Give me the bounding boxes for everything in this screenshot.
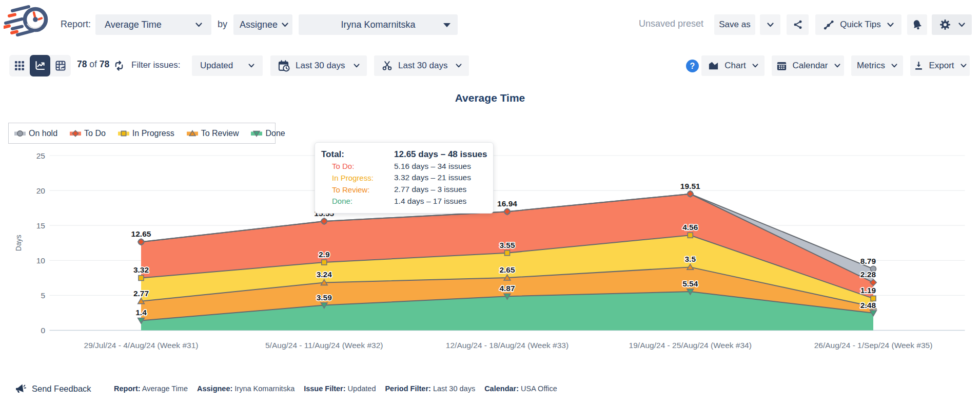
filter-issues-label: Filter issues:	[131, 60, 180, 70]
chart-type-button[interactable]: Chart	[701, 55, 765, 76]
tooltip-row: In Progress:3.32 days – 21 issues	[315, 172, 493, 184]
triangle-down-icon	[443, 23, 450, 27]
share-icon	[792, 19, 803, 30]
legend-item-label: To Review	[201, 129, 239, 138]
chart-tooltip: Total: 12.65 days – 48 issues To Do:5.16…	[315, 142, 494, 214]
share-button[interactable]	[787, 14, 809, 35]
chevron-down-icon	[456, 64, 462, 68]
issue-count-of: of	[89, 59, 97, 69]
legend-item-to-review[interactable]: To Review	[187, 128, 239, 139]
grid-icon	[14, 60, 25, 71]
issue-filter-select[interactable]: Updated	[192, 55, 263, 76]
report-summary: Report: Average TimeAssignee: Iryna Koma…	[114, 384, 566, 393]
view-switcher	[9, 55, 71, 76]
legend-item-on-hold[interactable]: On hold	[14, 128, 57, 139]
period-filter-value: Last 30 days	[296, 61, 345, 71]
summary-value: Iryna Komarnitska	[232, 384, 295, 393]
tooltip-total-label: Total:	[315, 149, 394, 160]
legend-item-in-progress[interactable]: In Progress	[118, 128, 174, 139]
calendar-button[interactable]: Calendar	[772, 55, 844, 76]
report-select[interactable]: Average Time	[95, 14, 211, 35]
refresh-icon	[113, 60, 125, 71]
issue-count-current: 78	[77, 59, 87, 69]
quick-tips-button[interactable]: Quick Tips	[815, 14, 901, 35]
chart-type-label: Chart	[724, 61, 746, 71]
save-as-button[interactable]: Save as	[714, 14, 755, 35]
point-label: 3.59	[317, 293, 332, 302]
point-label: 4.87	[499, 284, 515, 293]
y-tick-label: 25	[36, 151, 45, 160]
tooltip-row-value: 2.77 days – 3 issues	[394, 185, 493, 194]
help-button[interactable]: ?	[686, 60, 699, 72]
view-toolbar: 78 of 78 Filter issues: Updated Last 30 …	[0, 51, 980, 80]
gear-icon	[939, 18, 951, 31]
chevron-down-icon	[767, 23, 774, 27]
summary-value: Last 30 days	[431, 384, 475, 393]
x-axis-label: 19/Aug/24 - 25/Aug/24 (Week #34)	[629, 341, 752, 350]
period-filter-select[interactable]: Last 30 days	[270, 55, 367, 76]
refresh-button[interactable]	[113, 60, 125, 73]
chart-legend: On holdTo DoIn ProgressTo ReviewDone	[8, 123, 276, 144]
point-label: 3.5	[684, 255, 696, 263]
bell-icon	[911, 18, 924, 31]
point-label: 2.65	[499, 265, 515, 274]
assignee-select[interactable]: Iryna Komarnitska	[299, 14, 458, 35]
tooltip-row-value: 3.32 days – 21 issues	[394, 173, 493, 182]
group-by-select[interactable]: Assignee	[233, 14, 292, 35]
issue-filter-value: Updated	[200, 61, 233, 71]
tooltip-row-value: 5.16 days – 34 issues	[394, 162, 493, 171]
send-feedback-button[interactable]: Send Feedback	[14, 382, 91, 395]
summary-label: Report:	[114, 384, 141, 393]
save-as-menu-button[interactable]	[760, 14, 780, 35]
tooltip-row-label: To Review:	[315, 185, 394, 194]
pivot-view-tab[interactable]	[50, 55, 71, 76]
line-chart-icon	[34, 60, 46, 72]
x-axis-label: 12/Aug/24 - 18/Aug/24 (Week #33)	[446, 341, 569, 350]
point-label: 3.32	[133, 265, 149, 274]
calendar-button-label: Calendar	[793, 61, 828, 71]
summary-period-filter: Period Filter: Last 30 days	[385, 384, 475, 393]
legend-item-label: In Progress	[132, 129, 174, 138]
summary-calendar: Calendar: USA Office	[484, 384, 557, 393]
summary-value: Average Time	[141, 384, 188, 393]
y-tick-label: 10	[36, 256, 46, 265]
sprint-filter-select[interactable]: Last 30 days	[374, 55, 469, 76]
legend-item-label: To Do	[84, 129, 106, 138]
chevron-down-icon	[891, 64, 897, 68]
download-icon	[913, 61, 924, 71]
y-tick-label: 15	[36, 221, 45, 230]
x-axis-label: 29/Jul/24 - 4/Aug/24 (Week #31)	[84, 341, 199, 350]
x-axis-label: 26/Aug/24 - 1/Sep/24 (Week #35)	[814, 341, 933, 350]
legend-item-done[interactable]: Done	[251, 128, 285, 139]
x-axis-label: 5/Aug/24 - 11/Aug/24 (Week #32)	[265, 341, 383, 350]
tooltip-row-label: In Progress:	[315, 174, 394, 182]
y-tick-label: 5	[41, 291, 45, 300]
chart-view-tab[interactable]	[30, 55, 50, 76]
export-button-label: Export	[929, 61, 954, 71]
point-label: 19.51	[680, 182, 700, 190]
trend-line-icon	[823, 19, 835, 31]
notifications-button[interactable]	[907, 14, 927, 35]
legend-marker-icon	[187, 128, 198, 139]
legend-item-label: On hold	[29, 129, 57, 138]
settings-button[interactable]	[932, 14, 972, 35]
send-feedback-label: Send Feedback	[32, 384, 91, 394]
point-label: 1.19	[860, 286, 876, 295]
tooltip-total-row: Total: 12.65 days – 48 issues	[315, 149, 493, 161]
calendar-icon	[776, 60, 788, 72]
summary-assignee: Assignee: Iryna Komarnitska	[197, 384, 295, 393]
chevron-down-icon	[958, 23, 965, 27]
tooltip-row: To Do:5.16 days – 34 issues	[315, 161, 493, 172]
summary-label: Calendar:	[484, 384, 519, 393]
point-label: 2.77	[133, 289, 149, 298]
tooltip-row: Done:1.4 days – 17 issues	[315, 195, 493, 207]
y-axis-title: Days	[14, 235, 23, 251]
grid-view-tab[interactable]	[9, 55, 30, 76]
chevron-down-icon	[248, 64, 254, 68]
issue-count: 78 of 78	[77, 59, 109, 70]
megaphone-icon	[14, 382, 27, 395]
metrics-button[interactable]: Metrics	[851, 55, 903, 76]
summary-report: Report: Average Time	[114, 384, 188, 393]
export-button[interactable]: Export	[910, 55, 970, 76]
legend-item-to-do[interactable]: To Do	[70, 128, 106, 139]
